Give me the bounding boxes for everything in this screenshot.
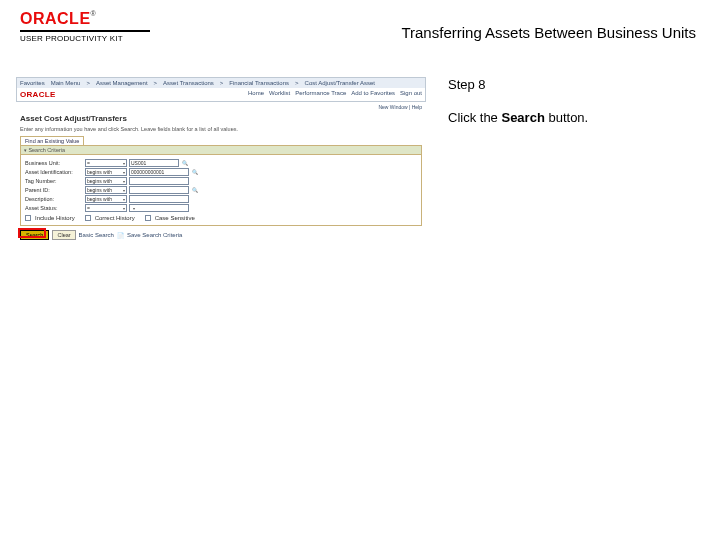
correct-history-label: Correct History <box>95 215 135 221</box>
oracle-logo: ORACLE <box>20 10 91 28</box>
bu-input[interactable]: US001 <box>129 159 179 167</box>
correct-history-checkbox[interactable] <box>85 215 91 221</box>
field-label-status: Asset Status: <box>25 205 83 211</box>
step-text: Click the Search button. <box>448 110 686 125</box>
lookup-icon[interactable]: 🔍 <box>181 160 188 167</box>
step-label: Step 8 <box>448 77 686 92</box>
bu-operator-select[interactable]: = <box>85 159 127 167</box>
registered-icon: ® <box>91 10 96 17</box>
include-history-label: Include History <box>35 215 75 221</box>
component-title: Asset Cost Adjust/Transfers <box>16 112 426 125</box>
app-brand-logo: ORACLE <box>20 90 56 99</box>
step-text-bold: Search <box>501 110 544 125</box>
basic-search-link[interactable]: Basic Search <box>79 232 114 238</box>
new-window-link[interactable]: New Window | Help <box>16 102 426 112</box>
logo-divider <box>20 30 150 32</box>
breadcrumb-item[interactable]: Main Menu <box>51 80 81 86</box>
top-link-fav[interactable]: Add to Favorites <box>351 90 395 99</box>
field-label-assetid: Asset Identification: <box>25 169 83 175</box>
case-sensitive-label: Case Sensitive <box>155 215 195 221</box>
breadcrumb-item[interactable]: Asset Transactions <box>163 80 214 86</box>
lookup-icon[interactable]: 🔍 <box>191 169 198 176</box>
top-link-signout[interactable]: Sign out <box>400 90 422 99</box>
step-text-prefix: Click the <box>448 110 501 125</box>
field-label-desc: Description: <box>25 196 83 202</box>
field-label-tag: Tag Number: <box>25 178 83 184</box>
parent-operator-select[interactable]: begins with <box>85 186 127 194</box>
status-operator-select[interactable]: = <box>85 204 127 212</box>
breadcrumb-item[interactable]: Favorites <box>20 80 45 86</box>
tag-input[interactable] <box>129 177 189 185</box>
search-panel: Search Criteria Business Unit: = US001 🔍… <box>20 145 422 226</box>
embedded-screenshot: Favorites Main Menu > Asset Management >… <box>16 77 426 244</box>
page-header: ORACLE® USER PRODUCTIVITY KIT Transferri… <box>0 0 720 49</box>
case-sensitive-checkbox[interactable] <box>145 215 151 221</box>
field-label-bu: Business Unit: <box>25 160 83 166</box>
step-text-suffix: button. <box>545 110 588 125</box>
component-desc: Enter any information you have and click… <box>16 125 426 136</box>
breadcrumb-item[interactable]: Cost Adjust/Transfer Asset <box>305 80 375 86</box>
breadcrumb: Favorites Main Menu > Asset Management >… <box>16 77 426 88</box>
tab-find-existing[interactable]: Find an Existing Value <box>20 136 84 145</box>
clear-button[interactable]: Clear <box>52 230 75 240</box>
save-search-link[interactable]: Save Search Criteria <box>127 232 182 238</box>
field-label-parent: Parent ID: <box>25 187 83 193</box>
desc-input[interactable] <box>129 195 189 203</box>
logo-subtitle: USER PRODUCTIVITY KIT <box>20 34 160 43</box>
breadcrumb-item[interactable]: Asset Management <box>96 80 148 86</box>
status-select[interactable] <box>129 204 189 212</box>
assetid-operator-select[interactable]: begins with <box>85 168 127 176</box>
parent-input[interactable] <box>129 186 189 194</box>
breadcrumb-item[interactable]: Financial Transactions <box>229 80 289 86</box>
oracle-logo-block: ORACLE® USER PRODUCTIVITY KIT <box>20 10 160 43</box>
search-button[interactable]: Search <box>20 230 49 240</box>
tag-operator-select[interactable]: begins with <box>85 177 127 185</box>
page-title: Transferring Assets Between Business Uni… <box>160 10 700 41</box>
top-link-worklist[interactable]: Worklist <box>269 90 290 99</box>
lookup-icon[interactable]: 🔍 <box>191 187 198 194</box>
desc-operator-select[interactable]: begins with <box>85 195 127 203</box>
app-brand-bar: ORACLE Home Worklist Performance Trace A… <box>16 88 426 102</box>
assetid-input[interactable]: 000000000001 <box>129 168 189 176</box>
search-panel-header[interactable]: Search Criteria <box>21 146 421 155</box>
top-link-perf[interactable]: Performance Trace <box>295 90 346 99</box>
instruction-panel: Step 8 Click the Search button. <box>426 77 686 244</box>
include-history-checkbox[interactable] <box>25 215 31 221</box>
top-link-home[interactable]: Home <box>248 90 264 99</box>
